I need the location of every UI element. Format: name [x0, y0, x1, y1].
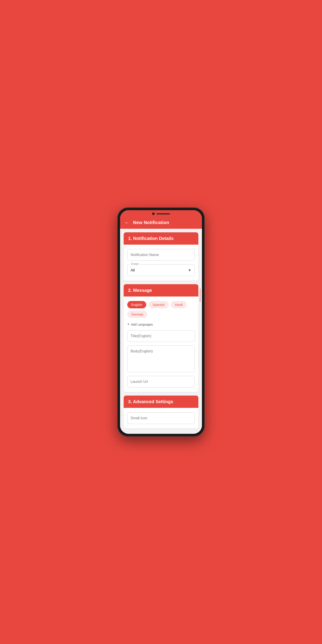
page-title: New Notification — [133, 220, 169, 225]
add-plus-icon: + — [127, 322, 130, 327]
language-tab-german[interactable]: German — [127, 310, 147, 318]
add-languages-button[interactable]: + Add Languages — [127, 322, 195, 327]
notification-name-input[interactable] — [127, 249, 195, 261]
advanced-settings-section: 3. Advanced Settings — [124, 396, 198, 428]
scope-label: Scope — [130, 262, 140, 266]
top-nav: ← New Notification — [120, 217, 202, 229]
notification-details-title: 1. Notification Details — [128, 236, 174, 241]
scope-select[interactable]: All iOS Android Web — [128, 264, 194, 276]
language-tab-spanish[interactable]: Spanish — [148, 301, 168, 308]
language-tabs: English Spanish Hindi German — [127, 301, 195, 318]
phone-camera — [152, 212, 155, 215]
language-tab-english[interactable]: English — [127, 301, 146, 308]
message-title: 2. Message — [128, 288, 152, 293]
add-languages-label: Add Languages — [131, 323, 153, 326]
back-button[interactable]: ← — [124, 220, 130, 225]
scroll-content: 1. Notification Details Scope All iOS An… — [120, 229, 202, 434]
message-section: 2. Message English Spanish Hindi German … — [124, 284, 198, 392]
scroll-indicator — [200, 288, 200, 302]
small-icon-input[interactable] — [127, 412, 195, 424]
language-tab-hindi[interactable]: Hindi — [171, 301, 186, 308]
phone-notch-bar — [120, 210, 202, 217]
phone-screen: ← New Notification 1. Notification Detai… — [120, 210, 202, 434]
message-header: 2. Message — [124, 284, 198, 296]
title-english-input[interactable] — [127, 330, 195, 342]
advanced-settings-body — [124, 408, 198, 428]
phone-frame: ← New Notification 1. Notification Detai… — [118, 208, 204, 436]
scope-wrapper: Scope All iOS Android Web ▼ — [127, 264, 195, 276]
message-body: English Spanish Hindi German + Add Langu… — [124, 296, 198, 392]
body-english-textarea[interactable] — [127, 346, 195, 372]
notification-details-body: Scope All iOS Android Web ▼ — [124, 245, 198, 281]
notification-details-section: 1. Notification Details Scope All iOS An… — [124, 232, 198, 281]
launch-url-input[interactable] — [127, 376, 195, 388]
notification-details-header: 1. Notification Details — [124, 232, 198, 245]
advanced-settings-title: 3. Advanced Settings — [128, 399, 173, 404]
advanced-settings-header: 3. Advanced Settings — [124, 396, 198, 408]
phone-speaker — [156, 213, 170, 214]
